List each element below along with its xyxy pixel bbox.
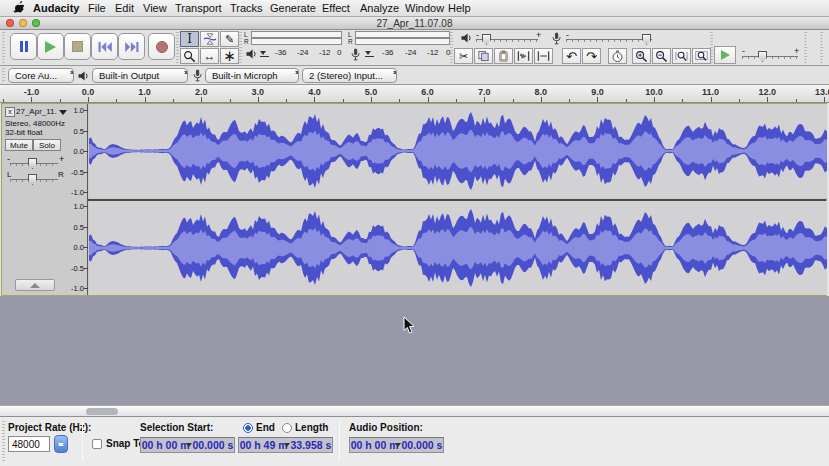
tools-toolbar-grip[interactable] bbox=[176, 32, 179, 63]
play-button[interactable] bbox=[37, 33, 64, 60]
meter-left-label: L bbox=[348, 31, 352, 38]
meter-right-label: R bbox=[348, 38, 353, 45]
draw-tool-button[interactable]: ✎ bbox=[220, 31, 239, 47]
vertical-scale-tick bbox=[84, 110, 88, 111]
zoom-out-button[interactable] bbox=[652, 48, 671, 64]
skip-to-start-button[interactable] bbox=[91, 33, 118, 60]
menu-file[interactable]: File bbox=[88, 2, 106, 14]
menu-view[interactable]: View bbox=[143, 2, 167, 14]
input-volume-slider-thumb[interactable] bbox=[642, 34, 651, 45]
menu-transport[interactable]: Transport bbox=[175, 2, 222, 14]
selection-end-field[interactable]: 00 h 49 m 33.958 s bbox=[238, 437, 333, 453]
time-format-dropdown-icon[interactable] bbox=[395, 443, 401, 447]
end-radio[interactable] bbox=[243, 423, 253, 433]
paste-button[interactable] bbox=[494, 48, 513, 64]
time-format-dropdown-icon[interactable] bbox=[284, 443, 290, 447]
audio-host-dropdown[interactable]: Core Au... bbox=[8, 68, 74, 83]
ruler-tick bbox=[116, 99, 117, 102]
playback-meter[interactable]: L R -36 -24 -12 0 bbox=[244, 30, 344, 64]
device-toolbar-grip[interactable] bbox=[2, 68, 5, 83]
silence-button[interactable] bbox=[534, 48, 553, 64]
project-rate-input[interactable]: 48000 bbox=[8, 436, 50, 452]
meter-dropdown[interactable] bbox=[365, 51, 374, 57]
playback-speed-slider-thumb[interactable] bbox=[758, 51, 767, 62]
vertical-scale-tick bbox=[84, 151, 88, 152]
copy-button[interactable] bbox=[474, 48, 493, 64]
input-volume-slider[interactable] bbox=[566, 39, 652, 42]
ruler-tick bbox=[767, 97, 768, 102]
vertical-scale[interactable]: 1.00.50.0-0.5-1.01.00.50.0-0.5-1.0 bbox=[2, 104, 88, 295]
ruler-tick bbox=[286, 99, 287, 102]
channel-divider bbox=[2, 199, 826, 201]
zoom-out-icon bbox=[655, 50, 668, 63]
menu-generate[interactable]: Generate bbox=[270, 2, 316, 14]
output-volume-slider-thumb[interactable] bbox=[482, 34, 491, 45]
selection-start-label: Selection Start: bbox=[140, 422, 213, 433]
snap-to-checkbox[interactable] bbox=[92, 439, 102, 449]
toolbar-grip[interactable] bbox=[820, 32, 823, 63]
window-title-bar[interactable]: 27_Apr_11.07.08 bbox=[0, 17, 829, 30]
toolbar-grip[interactable] bbox=[804, 32, 807, 63]
multi-tool-button[interactable]: ∗ bbox=[220, 48, 239, 64]
skip-to-end-icon bbox=[125, 41, 139, 53]
horizontal-scrollbar[interactable] bbox=[0, 405, 829, 417]
selection-toolbar-grip[interactable] bbox=[2, 421, 5, 462]
playback-speed-slider[interactable] bbox=[742, 56, 798, 59]
meter-toolbar-grip[interactable] bbox=[239, 32, 242, 63]
ruler-tick bbox=[626, 99, 627, 102]
trim-button[interactable] bbox=[514, 48, 533, 64]
menu-help[interactable]: Help bbox=[448, 2, 471, 14]
menu-effect[interactable]: Effect bbox=[322, 2, 350, 14]
audio-position-field[interactable]: 00 h 00 m 00.000 s bbox=[349, 437, 444, 453]
undo-button[interactable]: ↶ bbox=[562, 48, 581, 64]
ruler-label: 12.0 bbox=[758, 87, 776, 97]
ruler-label: 11.0 bbox=[702, 87, 719, 97]
fit-selection-button[interactable] bbox=[672, 48, 691, 64]
input-channels-dropdown[interactable]: 2 (Stereo) Input... bbox=[302, 68, 397, 83]
fit-project-button[interactable] bbox=[692, 48, 711, 64]
ruler-tick bbox=[654, 97, 655, 102]
meter-scale-label: -36 bbox=[382, 48, 394, 57]
time-shift-tool-button[interactable]: ↔ bbox=[200, 48, 219, 64]
zoom-in-button[interactable] bbox=[632, 48, 651, 64]
time-format-dropdown-icon[interactable] bbox=[186, 443, 192, 447]
record-button[interactable] bbox=[148, 33, 175, 60]
ruler-label: 6.0 bbox=[421, 87, 434, 97]
fit-selection-icon bbox=[675, 50, 688, 63]
selection-start-field[interactable]: 00 h 00 m 00.000 s bbox=[140, 437, 235, 453]
waveform-left-channel[interactable] bbox=[89, 104, 827, 198]
meter-scale-label: -36 bbox=[275, 48, 287, 57]
redo-button[interactable]: ↷ bbox=[582, 48, 601, 64]
waveform-right-channel[interactable] bbox=[89, 201, 827, 295]
menu-edit[interactable]: Edit bbox=[115, 2, 134, 14]
transport-toolbar-grip[interactable] bbox=[2, 32, 5, 63]
envelope-tool-button[interactable] bbox=[200, 31, 219, 47]
zoom-tool-button[interactable] bbox=[180, 48, 199, 64]
project-rate-stepper[interactable] bbox=[54, 435, 68, 453]
menu-window[interactable]: Window bbox=[405, 2, 444, 14]
skip-to-end-button[interactable] bbox=[118, 33, 145, 60]
pause-button[interactable] bbox=[10, 33, 37, 60]
cut-button[interactable]: ✂ bbox=[454, 48, 473, 64]
timeline-ruler[interactable]: -1.00.01.02.03.04.05.06.07.08.09.010.011… bbox=[0, 85, 829, 103]
output-device-dropdown[interactable]: Built-in Output bbox=[92, 68, 188, 83]
meter-dropdown[interactable] bbox=[260, 51, 269, 57]
stop-button[interactable] bbox=[64, 33, 91, 60]
ruler-label: 9.0 bbox=[591, 87, 604, 97]
recording-meter-left-bar bbox=[355, 31, 450, 38]
menu-tracks[interactable]: Tracks bbox=[230, 2, 263, 14]
undo-icon: ↶ bbox=[566, 51, 577, 62]
sync-lock-button[interactable] bbox=[608, 48, 627, 64]
horizontal-scrollbar-thumb[interactable] bbox=[86, 408, 118, 415]
ruler-label: -1.0 bbox=[24, 87, 40, 97]
menu-audacity[interactable]: Audacity bbox=[33, 2, 79, 14]
audacity-window: Audacity File Edit View Transport Tracks… bbox=[0, 0, 829, 466]
recording-meter[interactable]: L R -36 -24 -12 0 bbox=[348, 30, 452, 64]
play-at-speed-button[interactable] bbox=[714, 46, 736, 64]
selection-tool-button[interactable]: I bbox=[180, 31, 199, 47]
input-device-dropdown[interactable]: Built-in Microph bbox=[205, 68, 299, 83]
menu-analyze[interactable]: Analyze bbox=[360, 2, 399, 14]
output-device-value: Built-in Output bbox=[99, 70, 159, 81]
record-icon bbox=[156, 41, 168, 53]
length-radio[interactable] bbox=[282, 423, 292, 433]
